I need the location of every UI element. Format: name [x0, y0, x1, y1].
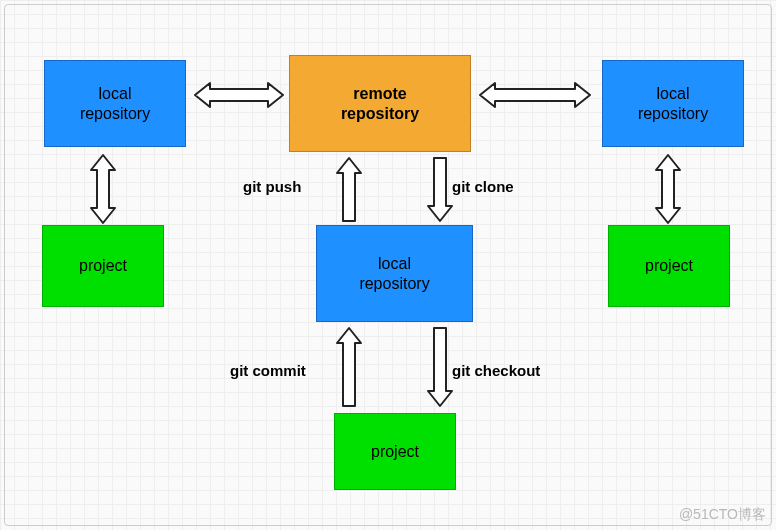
project-left: project: [42, 225, 164, 307]
project-right: project: [608, 225, 730, 307]
project-center: project: [334, 413, 456, 490]
label-git-commit: git commit: [230, 362, 306, 379]
local-repository-left: localrepository: [44, 60, 186, 147]
label-git-push: git push: [243, 178, 301, 195]
watermark: @51CTO博客: [679, 506, 766, 524]
label-git-clone: git clone: [452, 178, 514, 195]
local-repository-center: localrepository: [316, 225, 473, 322]
remote-repository-box: remoterepository: [289, 55, 471, 152]
local-repository-right: localrepository: [602, 60, 744, 147]
label-git-checkout: git checkout: [452, 362, 540, 379]
